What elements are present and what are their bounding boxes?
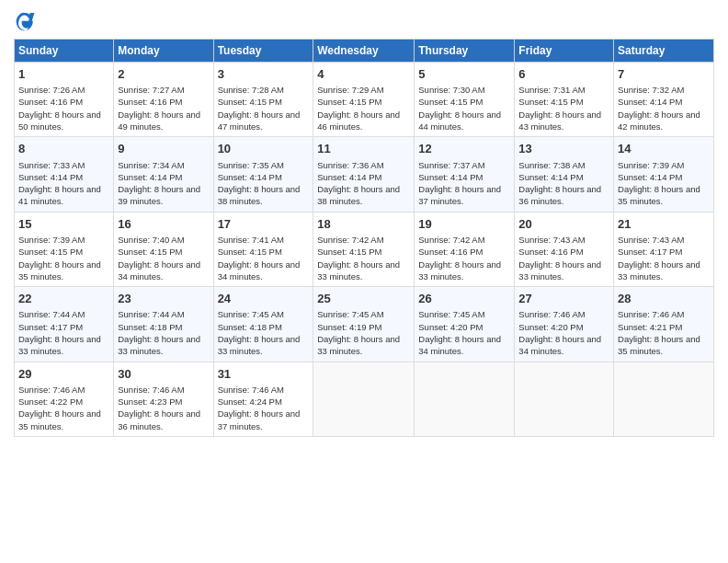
daylight-text: Daylight: 8 hours and 37 minutes.: [218, 408, 301, 431]
daylight-text: Daylight: 8 hours and 35 minutes.: [618, 184, 700, 206]
daylight-text: Daylight: 8 hours and 33 minutes.: [618, 259, 700, 282]
day-number: 18: [317, 216, 410, 233]
daylight-text: Daylight: 8 hours and 49 minutes.: [118, 109, 200, 132]
sunset-text: Sunset: 4:14 PM: [218, 172, 282, 182]
calendar-cell: 7Sunrise: 7:32 AMSunset: 4:14 PMDaylight…: [614, 63, 714, 137]
day-number: 14: [618, 141, 710, 157]
calendar-cell: [614, 362, 714, 436]
day-number: 7: [618, 66, 710, 83]
calendar-cell: [313, 362, 415, 436]
sunrise-text: Sunrise: 7:44 AM: [118, 309, 184, 319]
calendar-cell: [515, 362, 614, 436]
sunset-text: Sunset: 4:17 PM: [18, 322, 83, 332]
daylight-text: Daylight: 8 hours and 50 minutes.: [18, 109, 101, 132]
daylight-text: Daylight: 8 hours and 33 minutes.: [18, 334, 101, 356]
day-header-thursday: Thursday: [415, 40, 515, 63]
day-number: 24: [218, 291, 310, 307]
sunrise-text: Sunrise: 7:33 AM: [18, 160, 85, 170]
day-number: 31: [218, 366, 310, 383]
daylight-text: Daylight: 8 hours and 34 minutes.: [418, 334, 501, 356]
sunset-text: Sunset: 4:16 PM: [18, 97, 83, 107]
daylight-text: Daylight: 8 hours and 47 minutes.: [218, 109, 301, 132]
sunrise-text: Sunrise: 7:40 AM: [118, 235, 184, 245]
daylight-text: Daylight: 8 hours and 34 minutes.: [518, 334, 601, 356]
logo: [14, 9, 40, 31]
calendar-cell: 13Sunrise: 7:38 AMSunset: 4:14 PMDayligh…: [515, 137, 614, 212]
sunset-text: Sunset: 4:15 PM: [317, 247, 381, 257]
sunrise-text: Sunrise: 7:29 AM: [317, 85, 383, 95]
day-header-wednesday: Wednesday: [313, 40, 415, 63]
daylight-text: Daylight: 8 hours and 35 minutes.: [18, 408, 101, 431]
sunset-text: Sunset: 4:23 PM: [118, 396, 182, 407]
day-number: 5: [418, 66, 510, 83]
sunrise-text: Sunrise: 7:46 AM: [218, 385, 284, 395]
calendar-cell: 12Sunrise: 7:37 AMSunset: 4:14 PMDayligh…: [415, 137, 515, 212]
calendar-cell: 26Sunrise: 7:45 AMSunset: 4:20 PMDayligh…: [415, 287, 515, 362]
sunset-text: Sunset: 4:14 PM: [618, 172, 682, 182]
daylight-text: Daylight: 8 hours and 43 minutes.: [518, 109, 601, 132]
daylight-text: Daylight: 8 hours and 33 minutes.: [317, 259, 400, 282]
daylight-text: Daylight: 8 hours and 35 minutes.: [618, 334, 700, 356]
daylight-text: Daylight: 8 hours and 34 minutes.: [218, 259, 301, 282]
daylight-text: Daylight: 8 hours and 41 minutes.: [18, 184, 101, 206]
calendar-table: SundayMondayTuesdayWednesdayThursdayFrid…: [14, 39, 714, 437]
sunset-text: Sunset: 4:15 PM: [18, 247, 83, 257]
sunrise-text: Sunrise: 7:42 AM: [317, 235, 383, 245]
sunrise-text: Sunrise: 7:39 AM: [18, 235, 85, 245]
daylight-text: Daylight: 8 hours and 33 minutes.: [317, 334, 400, 356]
daylight-text: Daylight: 8 hours and 33 minutes.: [418, 259, 501, 282]
calendar-cell: 11Sunrise: 7:36 AMSunset: 4:14 PMDayligh…: [313, 137, 415, 212]
sunrise-text: Sunrise: 7:34 AM: [118, 160, 184, 170]
day-number: 11: [317, 141, 410, 157]
calendar-cell: 8Sunrise: 7:33 AMSunset: 4:14 PMDaylight…: [15, 137, 114, 212]
calendar-header: [14, 9, 714, 31]
daylight-text: Daylight: 8 hours and 37 minutes.: [418, 184, 501, 206]
calendar-cell: 4Sunrise: 7:29 AMSunset: 4:15 PMDaylight…: [313, 63, 415, 137]
day-number: 9: [118, 141, 209, 157]
sunrise-text: Sunrise: 7:45 AM: [418, 309, 484, 319]
sunrise-text: Sunrise: 7:46 AM: [618, 309, 684, 319]
daylight-text: Daylight: 8 hours and 33 minutes.: [218, 334, 301, 356]
sunrise-text: Sunrise: 7:43 AM: [618, 235, 684, 245]
calendar-cell: 6Sunrise: 7:31 AMSunset: 4:15 PMDaylight…: [515, 63, 614, 137]
sunset-text: Sunset: 4:14 PM: [518, 172, 583, 182]
sunrise-text: Sunrise: 7:39 AM: [618, 160, 684, 170]
calendar-week-1: 1Sunrise: 7:26 AMSunset: 4:16 PMDaylight…: [15, 63, 714, 137]
sunset-text: Sunset: 4:21 PM: [618, 322, 682, 332]
sunset-text: Sunset: 4:19 PM: [317, 322, 381, 332]
daylight-text: Daylight: 8 hours and 34 minutes.: [118, 259, 200, 282]
sunrise-text: Sunrise: 7:41 AM: [218, 235, 284, 245]
sunset-text: Sunset: 4:18 PM: [118, 322, 182, 332]
calendar-cell: 5Sunrise: 7:30 AMSunset: 4:15 PMDaylight…: [415, 63, 515, 137]
calendar-cell: 15Sunrise: 7:39 AMSunset: 4:15 PMDayligh…: [15, 212, 114, 286]
sunrise-text: Sunrise: 7:26 AM: [18, 85, 85, 95]
logo-icon: [14, 9, 36, 31]
day-number: 20: [518, 216, 609, 233]
sunset-text: Sunset: 4:14 PM: [317, 172, 381, 182]
sunset-text: Sunset: 4:15 PM: [218, 97, 282, 107]
calendar-week-2: 8Sunrise: 7:33 AMSunset: 4:14 PMDaylight…: [15, 137, 714, 212]
sunrise-text: Sunrise: 7:46 AM: [518, 309, 585, 319]
sunset-text: Sunset: 4:20 PM: [518, 322, 583, 332]
sunset-text: Sunset: 4:15 PM: [317, 97, 381, 107]
sunrise-text: Sunrise: 7:37 AM: [418, 160, 484, 170]
day-header-friday: Friday: [515, 40, 614, 63]
calendar-week-5: 29Sunrise: 7:46 AMSunset: 4:22 PMDayligh…: [15, 362, 714, 436]
calendar-cell: 21Sunrise: 7:43 AMSunset: 4:17 PMDayligh…: [614, 212, 714, 286]
day-number: 25: [317, 291, 410, 307]
calendar-cell: 2Sunrise: 7:27 AMSunset: 4:16 PMDaylight…: [114, 63, 213, 137]
calendar-cell: 29Sunrise: 7:46 AMSunset: 4:22 PMDayligh…: [15, 362, 114, 436]
day-header-monday: Monday: [114, 40, 213, 63]
sunrise-text: Sunrise: 7:44 AM: [18, 309, 85, 319]
sunrise-text: Sunrise: 7:35 AM: [218, 160, 284, 170]
daylight-text: Daylight: 8 hours and 44 minutes.: [418, 109, 501, 132]
calendar-cell: 31Sunrise: 7:46 AMSunset: 4:24 PMDayligh…: [213, 362, 313, 436]
daylight-text: Daylight: 8 hours and 36 minutes.: [118, 408, 200, 431]
day-header-saturday: Saturday: [614, 40, 714, 63]
day-number: 29: [18, 366, 109, 383]
day-number: 30: [118, 366, 209, 383]
day-number: 17: [218, 216, 310, 233]
day-header-sunday: Sunday: [15, 40, 114, 63]
day-number: 27: [518, 291, 609, 307]
sunrise-text: Sunrise: 7:31 AM: [518, 85, 585, 95]
